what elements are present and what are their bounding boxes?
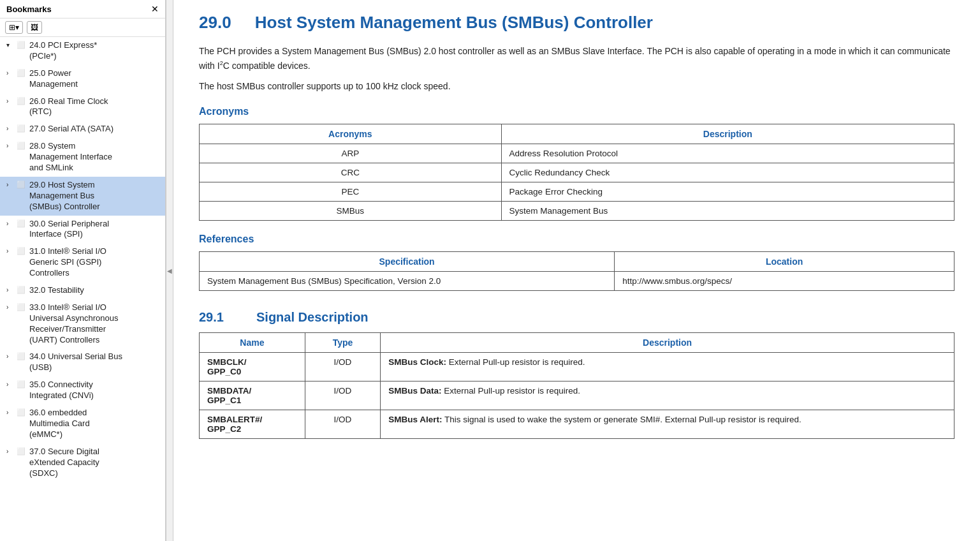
sidebar-item-item-36[interactable]: ›⬜36.0 embedded Multimedia Card (eMMC*) <box>0 404 165 443</box>
sidebar-title: Bookmarks <box>6 4 52 14</box>
body-paragraph-2: The host SMBus controller supports up to… <box>199 79 954 93</box>
sidebar-item-label: 37.0 Secure Digital eXtended Capacity (S… <box>29 447 99 479</box>
sidebar-item-label: 30.0 Serial Peripheral Interface (SPI) <box>29 219 109 241</box>
bookmark-icon: ⬜ <box>17 69 26 77</box>
table-row: SMBALERT#/ GPP_C2I/ODSMBus Alert: This s… <box>200 410 954 439</box>
description-cell: System Management Bus <box>501 202 954 221</box>
bookmark-icon: ⬜ <box>17 380 26 389</box>
sidebar-item-item-31[interactable]: ›⬜31.0 Intel® Serial I/O Generic SPI (GS… <box>0 243 165 282</box>
sidebar-item-item-27[interactable]: ›⬜27.0 Serial ATA (SATA) <box>0 121 165 138</box>
table-row: PECPackage Error Checking <box>200 182 954 202</box>
sidebar-item-label: 33.0 Intel® Serial I/O Universal Asynchr… <box>29 302 118 346</box>
sidebar-item-label: 31.0 Intel® Serial I/O Generic SPI (GSPI… <box>29 246 106 279</box>
specification-cell: System Management Bus (SMBus) Specificat… <box>200 272 615 291</box>
expand-arrow-icon: › <box>6 70 13 77</box>
sidebar: Bookmarks ✕ ⊞▾ 🖼 ▾⬜24.0 PCI Express* (PC… <box>0 0 166 541</box>
subsection-number: 29.1 <box>199 310 237 325</box>
specification-col-header: Specification <box>200 252 615 272</box>
signal-description-cell: SMBus Alert: This signal is used to wake… <box>381 410 954 439</box>
signal-table: Name Type Description SMBCLK/ GPP_C0I/OD… <box>199 332 954 439</box>
sidebar-close-button[interactable]: ✕ <box>151 4 159 14</box>
table-row: CRCCyclic Redundancy Check <box>200 163 954 182</box>
expand-arrow-icon: › <box>6 448 13 455</box>
signal-type-cell: I/OD <box>305 353 380 382</box>
sidebar-item-label: 25.0 Power Management <box>29 68 78 90</box>
bookmark-icon: ⬜ <box>17 142 26 150</box>
bookmark-icon: ⬜ <box>17 408 26 417</box>
sidebar-collapse-handle[interactable]: ◀ <box>166 0 173 541</box>
sidebar-item-item-34[interactable]: ›⬜34.0 Universal Serial Bus (USB) <box>0 348 165 376</box>
bookmark-icon: ⬜ <box>17 303 26 311</box>
acronyms-col-header: Acronyms <box>200 124 502 144</box>
acronym-cell: CRC <box>200 163 502 182</box>
sidebar-item-label: 28.0 System Management Interface and SML… <box>29 141 112 174</box>
signal-description-cell: SMBus Data: External Pull-up resistor is… <box>381 382 954 410</box>
sidebar-item-item-37[interactable]: ›⬜37.0 Secure Digital eXtended Capacity … <box>0 443 165 482</box>
sidebar-items-list: ▾⬜24.0 PCI Express* (PCIe*)›⬜25.0 Power … <box>0 37 165 541</box>
sidebar-item-item-30[interactable]: ›⬜30.0 Serial Peripheral Interface (SPI) <box>0 216 165 244</box>
signal-name-cell: SMBALERT#/ GPP_C2 <box>200 410 305 439</box>
expand-arrow-icon: › <box>6 381 13 388</box>
acronyms-table: Acronyms Description ARPAddress Resoluti… <box>199 124 954 221</box>
type-col-header: Type <box>305 333 380 353</box>
references-heading: References <box>199 233 954 245</box>
view-options-button[interactable]: ⊞▾ <box>5 21 23 34</box>
location-col-header: Location <box>615 252 954 272</box>
expand-arrow-icon: › <box>6 304 13 311</box>
acronym-cell: SMBus <box>200 202 502 221</box>
image-button[interactable]: 🖼 <box>27 21 42 34</box>
acronym-cell: PEC <box>200 182 502 202</box>
bookmark-icon: ⬜ <box>17 181 26 189</box>
sidebar-item-label: 34.0 Universal Serial Bus (USB) <box>29 352 122 373</box>
sidebar-item-label: 27.0 Serial ATA (SATA) <box>29 124 113 135</box>
section-number: 29.0 <box>199 13 231 32</box>
description-cell: Address Resolution Protocol <box>501 144 954 163</box>
table-row: System Management Bus (SMBus) Specificat… <box>200 272 954 291</box>
sidebar-item-label: 26.0 Real Time Clock (RTC) <box>29 96 108 118</box>
sidebar-item-item-26[interactable]: ›⬜26.0 Real Time Clock (RTC) <box>0 93 165 121</box>
expand-arrow-icon: › <box>6 98 13 105</box>
expand-arrow-icon: › <box>6 409 13 416</box>
sidebar-item-item-25[interactable]: ›⬜25.0 Power Management <box>0 65 165 93</box>
signal-name-cell: SMBCLK/ GPP_C0 <box>200 353 305 382</box>
sidebar-item-item-33[interactable]: ›⬜33.0 Intel® Serial I/O Universal Async… <box>0 299 165 349</box>
sidebar-item-item-35[interactable]: ›⬜35.0 Connectivity Integrated (CNVi) <box>0 376 165 404</box>
expand-arrow-icon: ▾ <box>6 41 13 48</box>
signal-description-col-header: Description <box>381 333 954 353</box>
sidebar-item-item-24[interactable]: ▾⬜24.0 PCI Express* (PCIe*) <box>0 37 165 65</box>
description-cell: Cyclic Redundancy Check <box>501 163 954 182</box>
sidebar-item-label: 29.0 Host System Management Bus (SMBus) … <box>29 180 100 212</box>
expand-arrow-icon: › <box>6 248 13 255</box>
acronym-cell: ARP <box>200 144 502 163</box>
signal-name-cell: SMBDATA/ GPP_C1 <box>200 382 305 410</box>
page-title: 29.0 Host System Management Bus (SMBus) … <box>199 13 954 33</box>
expand-arrow-icon: › <box>6 125 13 132</box>
sidebar-item-item-29[interactable]: ›⬜29.0 Host System Management Bus (SMBus… <box>0 177 165 216</box>
bookmark-icon: ⬜ <box>17 447 26 456</box>
expand-arrow-icon: › <box>6 220 13 227</box>
expand-arrow-icon: › <box>6 353 13 360</box>
expand-arrow-icon: › <box>6 181 13 188</box>
main-content: 29.0 Host System Management Bus (SMBus) … <box>173 0 980 541</box>
table-row: ARPAddress Resolution Protocol <box>200 144 954 163</box>
table-row: SMBCLK/ GPP_C0I/ODSMBus Clock: External … <box>200 353 954 382</box>
location-cell: http://www.smbus.org/specs/ <box>615 272 954 291</box>
signal-description-cell: SMBus Clock: External Pull-up resistor i… <box>381 353 954 382</box>
sidebar-item-label: 36.0 embedded Multimedia Card (eMMC*) <box>29 408 90 440</box>
section-title: Host System Management Bus (SMBus) Contr… <box>255 13 653 32</box>
bookmark-icon: ⬜ <box>17 286 26 294</box>
expand-arrow-icon: › <box>6 286 13 293</box>
sidebar-item-label: 32.0 Testability <box>29 285 84 296</box>
sidebar-item-label: 24.0 PCI Express* (PCIe*) <box>29 40 97 62</box>
bookmark-icon: ⬜ <box>17 97 26 105</box>
signal-type-cell: I/OD <box>305 382 380 410</box>
sidebar-item-item-32[interactable]: ›⬜32.0 Testability <box>0 282 165 299</box>
subsection-header: 29.1 Signal Description <box>199 310 954 325</box>
bookmark-icon: ⬜ <box>17 41 26 49</box>
sidebar-toolbar: ⊞▾ 🖼 <box>0 19 165 37</box>
bookmark-icon: ⬜ <box>17 124 26 133</box>
sidebar-item-item-28[interactable]: ›⬜28.0 System Management Interface and S… <box>0 138 165 177</box>
subsection-title: Signal Description <box>256 310 369 325</box>
body-paragraph-1: The PCH provides a System Management Bus… <box>199 44 954 73</box>
name-col-header: Name <box>200 333 305 353</box>
